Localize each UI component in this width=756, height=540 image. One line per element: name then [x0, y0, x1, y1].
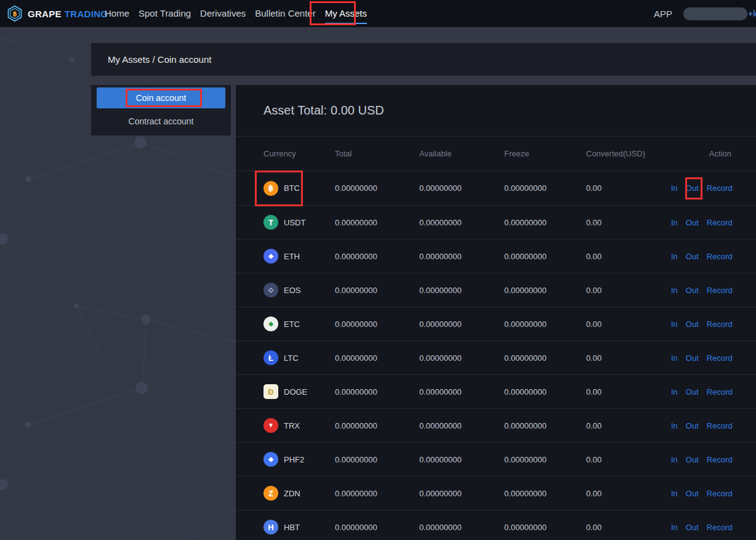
freeze-cell: 0.00000000 [504, 320, 586, 329]
currency-cell-trx: ▼TRX [263, 418, 335, 433]
available-cell: 0.00000000 [419, 353, 504, 363]
breadcrumb-text: My Assets / Coin account [108, 54, 211, 65]
currency-cell-btc: ฿BTC [263, 181, 335, 196]
brand[interactable]: ฿ GRAPE TRADING [6, 0, 108, 27]
action-cell: InOutRecord [671, 523, 756, 532]
in-link-eos[interactable]: In [671, 286, 678, 295]
currency-cell-zdn: ZZDN [263, 486, 335, 501]
record-link-ltc[interactable]: Record [707, 353, 733, 363]
coin-symbol: ZDN [284, 489, 300, 498]
etc-icon: ◆ [263, 316, 278, 331]
record-link-etc[interactable]: Record [707, 320, 733, 329]
available-cell: 0.00000000 [419, 218, 504, 227]
out-link-etc[interactable]: Out [686, 320, 699, 329]
nav-item-spot-trading[interactable]: Spot Trading [139, 0, 191, 27]
in-link-eth[interactable]: In [671, 252, 678, 261]
column-header-freeze: Freeze [504, 149, 586, 158]
in-link-phf2[interactable]: In [671, 455, 678, 464]
out-link-eos[interactable]: Out [686, 286, 699, 295]
asset-table: ฿BTC0.000000000.000000000.000000000.00In… [236, 171, 756, 540]
coin-symbol: PHF2 [284, 455, 304, 464]
hbt-icon: H [263, 520, 278, 534]
out-link-phf2[interactable]: Out [686, 455, 699, 464]
coin-symbol: DOGE [284, 387, 307, 397]
currency-cell-etc: ◆ETC [263, 316, 335, 331]
action-cell: InOutRecord [671, 455, 756, 464]
asset-row-zdn: ZZDN0.000000000.000000000.000000000.00In… [236, 476, 756, 510]
available-cell: 0.00000000 [419, 286, 504, 295]
sidebar-item-contract-account[interactable]: Contract account [91, 113, 231, 130]
available-cell: 0.00000000 [419, 183, 504, 193]
in-link-zdn[interactable]: In [671, 489, 678, 498]
nav-item-bulletin-center[interactable]: Bulletin Center [255, 0, 315, 27]
out-link-ltc[interactable]: Out [686, 353, 699, 363]
out-link-usdt[interactable]: Out [686, 218, 699, 227]
record-link-eth[interactable]: Record [707, 252, 733, 261]
out-link-hbt[interactable]: Out [686, 523, 699, 532]
phf2-icon: ◆ [263, 452, 278, 467]
in-link-btc[interactable]: In [671, 183, 678, 193]
record-link-trx[interactable]: Record [707, 421, 733, 430]
ltc-icon: Ł [263, 350, 278, 365]
record-link-eos[interactable]: Record [707, 286, 733, 295]
out-link-trx[interactable]: Out [686, 421, 699, 430]
app-link[interactable]: APP [654, 9, 672, 19]
trx-icon: ▼ [263, 418, 278, 433]
record-link-phf2[interactable]: Record [707, 455, 733, 464]
in-link-trx[interactable]: In [671, 421, 678, 430]
freeze-cell: 0.00000000 [504, 387, 586, 397]
total-cell: 0.00000000 [335, 218, 419, 227]
coin-symbol: ETH [284, 252, 300, 261]
freeze-cell: 0.00000000 [504, 353, 586, 363]
freeze-cell: 0.00000000 [504, 455, 586, 464]
asset-row-ltc: ŁLTC0.000000000.000000000.000000000.00In… [236, 341, 756, 374]
page: ฿ GRAPE TRADING HomeSpot TradingDerivati… [0, 0, 756, 540]
converted-cell: 0.00 [586, 523, 671, 532]
currency-cell-hbt: HHBT [263, 520, 335, 534]
in-link-doge[interactable]: In [671, 387, 678, 397]
action-cell: InOutRecord [671, 353, 756, 363]
nav-item-home[interactable]: Home [105, 0, 129, 27]
freeze-cell: 0.00000000 [504, 286, 586, 295]
in-link-usdt[interactable]: In [671, 218, 678, 227]
action-cell: InOutRecord [671, 320, 756, 329]
total-cell: 0.00000000 [335, 387, 419, 397]
total-cell: 0.00000000 [335, 183, 419, 193]
breadcrumb: My Assets / Coin account [91, 43, 756, 76]
nav-item-derivatives[interactable]: Derivatives [200, 0, 246, 27]
available-cell: 0.00000000 [419, 455, 504, 464]
asset-row-usdt: TUSDT0.000000000.000000000.000000000.00I… [236, 205, 756, 239]
sidebar-item-coin-account[interactable]: Coin account [97, 87, 225, 108]
currency-cell-eos: ◇EOS [263, 283, 335, 297]
table-header-row: CurrencyTotalAvailableFreezeConverted(US… [236, 137, 756, 171]
record-link-usdt[interactable]: Record [707, 218, 733, 227]
freeze-cell: 0.00000000 [504, 183, 586, 193]
converted-cell: 0.00 [586, 387, 671, 397]
brand-logo-icon: ฿ [6, 5, 23, 22]
record-link-btc[interactable]: Record [707, 183, 733, 193]
converted-cell: 0.00 [586, 455, 671, 464]
account-type-sidebar: Coin account Contract account [91, 85, 231, 135]
in-link-hbt[interactable]: In [671, 523, 678, 532]
out-link-zdn[interactable]: Out [686, 489, 699, 498]
freeze-cell: 0.00000000 [504, 523, 586, 532]
btc-icon: ฿ [263, 181, 278, 196]
action-cell: InOutRecord [671, 387, 756, 397]
converted-cell: 0.00 [586, 353, 671, 363]
out-link-btc[interactable]: Out [686, 183, 699, 193]
in-link-etc[interactable]: In [671, 320, 678, 329]
main-nav: HomeSpot TradingDerivativesBulletin Cent… [105, 0, 367, 27]
nav-item-my-assets[interactable]: My Assets [325, 0, 367, 27]
clipped-edge-text[interactable]: +lo [748, 9, 756, 18]
in-link-ltc[interactable]: In [671, 353, 678, 363]
asset-row-hbt: HHBT0.000000000.000000000.000000000.00In… [236, 510, 756, 540]
record-link-zdn[interactable]: Record [707, 489, 733, 498]
record-link-doge[interactable]: Record [707, 387, 733, 397]
coin-symbol: EOS [284, 286, 300, 295]
currency-cell-usdt: TUSDT [263, 215, 335, 230]
available-cell: 0.00000000 [419, 523, 504, 532]
out-link-eth[interactable]: Out [686, 252, 699, 261]
asset-row-phf2: ◆PHF20.000000000.000000000.000000000.00I… [236, 442, 756, 476]
out-link-doge[interactable]: Out [686, 387, 699, 397]
record-link-hbt[interactable]: Record [707, 523, 733, 532]
